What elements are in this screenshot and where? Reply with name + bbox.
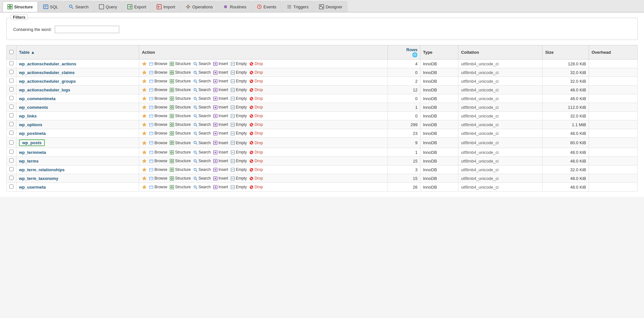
structure-action[interactable]: Structure: [169, 87, 192, 92]
search-action[interactable]: Search: [192, 79, 212, 84]
table-name-cell[interactable]: wp_posts: [16, 138, 139, 148]
drop-action[interactable]: Drop: [248, 150, 264, 155]
insert-action[interactable]: Insert: [212, 158, 229, 164]
empty-action[interactable]: Empty: [230, 167, 248, 172]
table-name-cell[interactable]: wp_actionscheduler_claims: [16, 68, 139, 77]
row-checkbox[interactable]: [9, 96, 14, 100]
drop-action[interactable]: Drop: [248, 70, 264, 75]
empty-action[interactable]: Empty: [230, 176, 248, 181]
drop-action[interactable]: Drop: [248, 167, 264, 172]
browse-action[interactable]: Browse: [148, 61, 168, 66]
insert-action[interactable]: Insert: [212, 70, 229, 75]
tab-query[interactable]: Query: [94, 1, 122, 12]
drop-action[interactable]: Drop: [248, 113, 264, 118]
browse-action[interactable]: Browse: [148, 176, 168, 181]
structure-action[interactable]: Structure: [169, 131, 192, 136]
browse-action[interactable]: Browse: [148, 184, 168, 190]
empty-action[interactable]: Empty: [230, 131, 248, 136]
search-action[interactable]: Search: [192, 150, 212, 155]
search-action[interactable]: Search: [192, 184, 212, 190]
table-name-cell[interactable]: wp_commentmeta: [16, 94, 139, 103]
tab-export[interactable]: Export: [122, 1, 151, 12]
table-name-header[interactable]: Table ▲: [16, 45, 139, 60]
browse-action[interactable]: Browse: [148, 131, 168, 136]
drop-action[interactable]: Drop: [248, 61, 264, 66]
search-action[interactable]: Search: [192, 61, 212, 66]
insert-action[interactable]: Insert: [212, 184, 229, 190]
table-name-cell[interactable]: wp_comments: [16, 103, 139, 112]
table-name-cell[interactable]: wp_options: [16, 120, 139, 129]
star-action[interactable]: [141, 150, 148, 155]
row-checkbox[interactable]: [9, 158, 14, 163]
empty-action[interactable]: Empty: [230, 150, 248, 155]
empty-action[interactable]: Empty: [230, 113, 248, 118]
insert-action[interactable]: Insert: [212, 122, 229, 127]
tab-search[interactable]: Search: [64, 1, 93, 12]
structure-action[interactable]: Structure: [169, 96, 192, 101]
search-action[interactable]: Search: [192, 105, 212, 110]
insert-action[interactable]: Insert: [212, 131, 229, 136]
structure-action[interactable]: Structure: [169, 61, 192, 66]
empty-action[interactable]: Empty: [230, 158, 248, 164]
row-checkbox[interactable]: [9, 167, 14, 171]
structure-action[interactable]: Structure: [169, 70, 192, 75]
insert-action[interactable]: Insert: [212, 176, 229, 181]
star-action[interactable]: [141, 167, 148, 172]
drop-action[interactable]: Drop: [248, 87, 264, 92]
search-action[interactable]: Search: [192, 140, 212, 145]
structure-action[interactable]: Structure: [169, 122, 192, 127]
drop-action[interactable]: Drop: [248, 105, 264, 110]
table-name-cell[interactable]: wp_actionscheduler_actions: [16, 60, 139, 68]
row-checkbox[interactable]: [9, 150, 14, 154]
browse-action[interactable]: Browse: [148, 113, 168, 118]
search-action[interactable]: Search: [192, 70, 212, 75]
drop-action[interactable]: Drop: [248, 122, 264, 127]
table-name-cell[interactable]: wp_actionscheduler_groups: [16, 77, 139, 86]
insert-action[interactable]: Insert: [212, 150, 229, 155]
browse-action[interactable]: Browse: [148, 158, 168, 164]
structure-action[interactable]: Structure: [169, 176, 192, 181]
table-name-cell[interactable]: wp_usermeta: [16, 183, 139, 192]
empty-action[interactable]: Empty: [230, 70, 248, 75]
search-action[interactable]: Search: [192, 158, 212, 164]
tab-operations[interactable]: Operations: [181, 1, 218, 12]
search-action[interactable]: Search: [192, 87, 212, 92]
star-action[interactable]: [141, 105, 148, 110]
empty-action[interactable]: Empty: [230, 184, 248, 190]
star-action[interactable]: [141, 131, 148, 136]
row-checkbox[interactable]: [9, 131, 14, 135]
insert-action[interactable]: Insert: [212, 105, 229, 110]
row-checkbox[interactable]: [9, 184, 14, 189]
drop-action[interactable]: Drop: [248, 158, 264, 164]
structure-action[interactable]: Structure: [169, 113, 192, 118]
tab-triggers[interactable]: Triggers: [282, 1, 313, 12]
browse-action[interactable]: Browse: [148, 140, 168, 145]
star-action[interactable]: [141, 96, 148, 101]
tab-sql[interactable]: SQL: [38, 1, 63, 12]
star-action[interactable]: [141, 87, 148, 92]
tab-events[interactable]: Events: [252, 1, 281, 12]
row-checkbox[interactable]: [9, 122, 14, 126]
browse-action[interactable]: Browse: [148, 87, 168, 92]
row-checkbox[interactable]: [9, 113, 14, 117]
browse-action[interactable]: Browse: [148, 122, 168, 127]
browse-action[interactable]: Browse: [148, 96, 168, 101]
star-action[interactable]: [141, 158, 148, 164]
search-action[interactable]: Search: [192, 96, 212, 101]
table-name-cell[interactable]: wp_links: [16, 112, 139, 120]
tab-routines[interactable]: Routines: [218, 1, 251, 12]
table-name-cell[interactable]: wp_term_taxonomy: [16, 174, 139, 183]
structure-action[interactable]: Structure: [169, 150, 192, 155]
globe-icon[interactable]: 🌐: [412, 52, 418, 57]
row-checkbox[interactable]: [9, 105, 14, 109]
star-action[interactable]: [141, 61, 148, 66]
table-name-cell[interactable]: wp_actionscheduler_logs: [16, 86, 139, 94]
insert-action[interactable]: Insert: [212, 96, 229, 101]
row-checkbox[interactable]: [9, 79, 14, 83]
tab-structure[interactable]: Structure: [3, 1, 38, 12]
browse-action[interactable]: Browse: [148, 150, 168, 155]
star-action[interactable]: [141, 176, 148, 181]
row-checkbox[interactable]: [9, 176, 14, 180]
search-action[interactable]: Search: [192, 176, 212, 181]
table-name-cell[interactable]: wp_term_relationships: [16, 165, 139, 174]
